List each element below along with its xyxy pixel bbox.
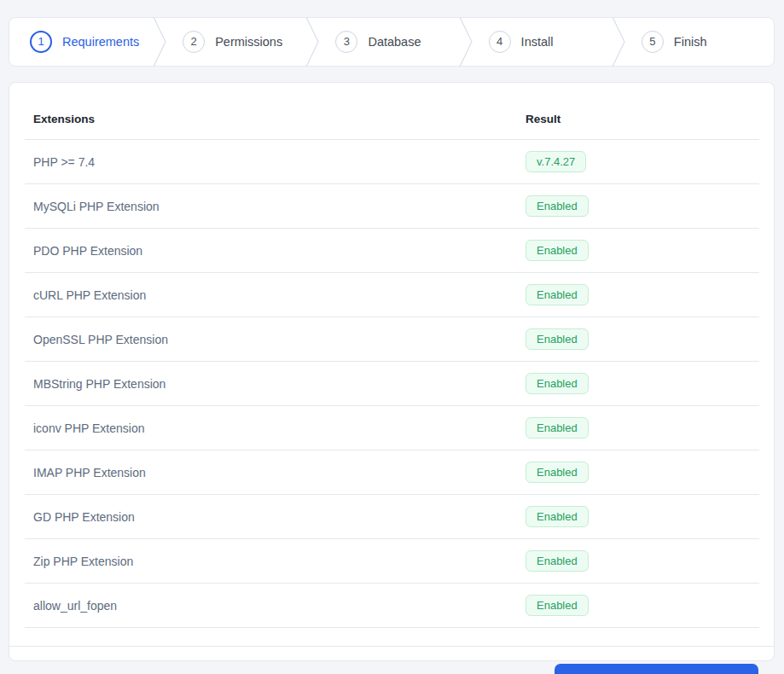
status-badge: Enabled: [526, 328, 589, 350]
step-label: Finish: [674, 35, 707, 49]
table-row: MBString PHP Extension Enabled: [25, 362, 759, 406]
requirements-table: Extensions Result PHP >= 7.4 v.7.4.27 My…: [25, 100, 759, 628]
status-badge: v.7.4.27: [526, 151, 586, 172]
table-row: MySQLi PHP Extension Enabled: [25, 184, 759, 229]
extension-name: allow_url_fopen: [25, 584, 517, 628]
step-label: Permissions: [215, 35, 282, 49]
step-number-circle: 3: [335, 31, 357, 53]
step-number-circle: 2: [183, 31, 205, 53]
wizard-step[interactable]: 1 Requirements: [9, 18, 162, 66]
extension-name: PHP >= 7.4: [25, 140, 517, 184]
wizard-step[interactable]: 5 Finish: [621, 18, 774, 66]
extension-name: GD PHP Extension: [25, 495, 517, 539]
extension-name: OpenSSL PHP Extension: [25, 317, 517, 362]
status-badge: Enabled: [526, 595, 589, 616]
table-row: PDO PHP Extension Enabled: [25, 229, 759, 273]
table-row: GD PHP Extension Enabled: [25, 495, 759, 539]
extension-name: PDO PHP Extension: [25, 229, 517, 273]
status-badge: Enabled: [526, 195, 589, 217]
wizard-step[interactable]: 2 Permissions: [162, 18, 315, 66]
status-badge: Enabled: [526, 240, 589, 261]
wizard-step[interactable]: 3 Database: [315, 18, 467, 66]
requirements-card: Extensions Result PHP >= 7.4 v.7.4.27 My…: [9, 82, 775, 661]
step-label: Install: [521, 35, 554, 49]
table-row: OpenSSL PHP Extension Enabled: [25, 317, 759, 362]
extension-name: Zip PHP Extension: [25, 539, 517, 584]
step-number-circle: 1: [30, 31, 52, 53]
status-badge: Enabled: [526, 506, 589, 527]
step-label: Database: [368, 35, 421, 49]
table-row: PHP >= 7.4 v.7.4.27: [25, 140, 759, 184]
extension-name: IMAP PHP Extension: [25, 450, 517, 495]
step-number-circle: 5: [642, 31, 664, 53]
install-wizard-stepper: 1 Requirements 2 Permissions 3 Database …: [9, 17, 775, 67]
table-row: allow_url_fopen Enabled: [25, 584, 759, 628]
table-row: IMAP PHP Extension Enabled: [25, 450, 759, 495]
table-row: Zip PHP Extension Enabled: [25, 539, 759, 584]
status-badge: Enabled: [526, 373, 589, 394]
step-label: Requirements: [62, 35, 139, 49]
table-row: cURL PHP Extension Enabled: [25, 273, 759, 317]
status-badge: Enabled: [526, 550, 589, 572]
requirements-table-wrapper: Extensions Result PHP >= 7.4 v.7.4.27 My…: [9, 83, 774, 646]
extension-name: MBString PHP Extension: [25, 362, 517, 406]
status-badge: Enabled: [526, 462, 589, 483]
column-header-extensions: Extensions: [25, 100, 517, 140]
wizard-step[interactable]: 4 Install: [468, 18, 621, 66]
extension-name: MySQLi PHP Extension: [25, 184, 517, 229]
status-badge: Enabled: [526, 284, 589, 305]
card-footer: Go to files/folders permissions: [9, 646, 774, 674]
go-to-permissions-button[interactable]: Go to files/folders permissions: [555, 664, 758, 674]
extension-name: iconv PHP Extension: [25, 406, 517, 450]
extension-name: cURL PHP Extension: [25, 273, 517, 317]
column-header-result: Result: [517, 100, 759, 140]
step-number-circle: 4: [489, 31, 511, 53]
table-row: iconv PHP Extension Enabled: [25, 406, 759, 450]
status-badge: Enabled: [526, 417, 589, 439]
table-header-row: Extensions Result: [25, 100, 759, 140]
